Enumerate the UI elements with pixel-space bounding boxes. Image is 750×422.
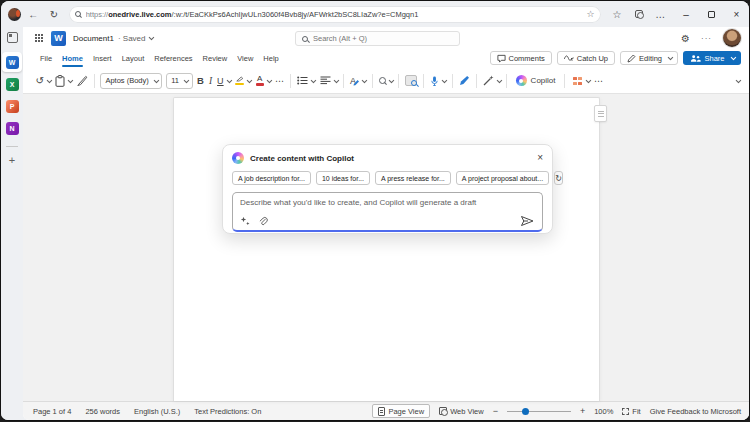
suggestion-job-description[interactable]: A job description for...	[232, 171, 311, 185]
word-icon: W	[6, 56, 19, 69]
bold-button[interactable]: B	[195, 71, 207, 91]
catch-up-button[interactable]: Catch Up	[557, 51, 615, 65]
underline-button[interactable]: U	[215, 71, 233, 91]
copilot-logo-icon	[232, 152, 244, 164]
favorites-icon[interactable]: ☆	[613, 9, 622, 20]
app-launcher-icon[interactable]	[35, 34, 37, 36]
paste-button[interactable]	[53, 71, 75, 91]
rewrite-sparkle-icon[interactable]	[240, 216, 250, 226]
highlight-button[interactable]	[233, 71, 254, 91]
close-button[interactable]: ×	[724, 9, 749, 20]
settings-gear-icon[interactable]: ⚙	[681, 33, 690, 44]
word-app: W Document1 · Saved ⚙ ··· File Home Inse	[23, 27, 749, 420]
tab-file[interactable]: File	[35, 49, 57, 68]
undo-button[interactable]: ↺	[33, 71, 53, 91]
add-favorite-icon[interactable]: ☆	[586, 9, 594, 19]
pages-icon[interactable]	[7, 32, 18, 43]
editor-button[interactable]	[456, 71, 472, 91]
feedback-link[interactable]: Give Feedback to Microsoft	[650, 407, 741, 416]
minimize-button[interactable]: –	[673, 9, 698, 20]
copilot-dialog: Create content with Copilot × A job desc…	[222, 144, 553, 234]
search-box[interactable]	[295, 31, 460, 46]
suggestion-project-proposal[interactable]: A project proposal about...	[456, 171, 549, 185]
format-painter-button[interactable]	[74, 71, 90, 91]
address-bar[interactable]: https://onedrive.live.com/:w:/t/EaCKkPs6…	[69, 6, 601, 23]
sidebar-item-powerpoint[interactable]: P	[6, 100, 19, 113]
document-page[interactable]	[173, 97, 600, 401]
header-more-icon[interactable]: ···	[701, 34, 712, 43]
zoom-slider[interactable]	[507, 411, 571, 412]
text-predictions[interactable]: Text Predictions: On	[194, 407, 261, 416]
font-color-button[interactable]: A	[253, 71, 273, 91]
page-count[interactable]: Page 1 of 4	[33, 407, 71, 416]
page-view-button[interactable]: Page View	[372, 404, 430, 418]
share-button[interactable]: Share	[683, 51, 741, 65]
tab-insert[interactable]: Insert	[88, 49, 117, 68]
save-status[interactable]: · Saved	[118, 34, 146, 43]
sidebar-item-excel[interactable]: X	[6, 78, 19, 91]
zoom-out-button[interactable]: −	[493, 406, 498, 416]
copilot-logo-icon	[516, 75, 527, 86]
align-button[interactable]	[317, 71, 340, 91]
dictate-button[interactable]	[428, 71, 449, 91]
designer-button[interactable]	[403, 71, 420, 91]
browser-essentials-icon[interactable]	[635, 10, 644, 18]
auto-format-button[interactable]	[480, 71, 503, 91]
ribbon-collapse-icon[interactable]	[735, 77, 740, 82]
zoom-slider-thumb[interactable]	[522, 408, 529, 415]
bullets-button[interactable]	[295, 71, 318, 91]
document-title[interactable]: Document1	[73, 34, 114, 43]
comment-anchor-button[interactable]	[594, 105, 607, 122]
comments-button[interactable]: Comments	[490, 51, 552, 65]
word-logo-icon[interactable]: W	[51, 31, 66, 46]
editing-mode-button[interactable]: Editing	[620, 51, 678, 65]
add-ins-button[interactable]	[569, 71, 592, 91]
zoom-in-button[interactable]: +	[580, 406, 585, 416]
profile-avatar-icon[interactable]	[8, 8, 21, 21]
sidebar-item-onenote[interactable]: N	[6, 122, 19, 135]
tab-help[interactable]: Help	[258, 49, 283, 68]
more-font-options-button[interactable]: ⋯	[273, 71, 287, 91]
font-size-select[interactable]: 11	[166, 73, 192, 89]
add-ins-grid-icon	[573, 77, 577, 81]
send-icon[interactable]	[520, 215, 535, 227]
user-avatar[interactable]	[723, 29, 741, 47]
find-button[interactable]	[376, 71, 395, 91]
copilot-prompt-box[interactable]	[232, 192, 543, 232]
highlighter-icon	[235, 76, 244, 86]
suggestion-press-release[interactable]: A press release for...	[375, 171, 451, 185]
copilot-button[interactable]: Copilot	[511, 71, 561, 91]
microphone-icon	[430, 75, 439, 87]
word-count[interactable]: 256 words	[85, 407, 120, 416]
suggestion-ideas[interactable]: 10 ideas for...	[316, 171, 370, 185]
back-icon[interactable]: ←	[26, 9, 42, 20]
search-input[interactable]	[313, 34, 453, 43]
italic-button[interactable]: I	[206, 71, 214, 91]
sidebar-add-button[interactable]: +	[9, 154, 15, 166]
browser-menu-icon[interactable]: …	[655, 9, 665, 20]
fit-icon	[622, 408, 629, 415]
attach-paperclip-icon[interactable]	[258, 216, 268, 227]
close-icon[interactable]: ×	[537, 153, 543, 163]
copilot-prompt-input[interactable]	[240, 198, 535, 207]
refresh-icon[interactable]: ↻	[46, 9, 62, 20]
tab-review[interactable]: Review	[198, 49, 233, 68]
tab-references[interactable]: References	[149, 49, 197, 68]
toolbar-more-button[interactable]: ⋯	[592, 71, 606, 91]
people-icon	[690, 54, 701, 63]
fit-button[interactable]: Fit	[622, 407, 640, 416]
find-icon	[379, 77, 386, 84]
styles-icon: A	[350, 76, 356, 86]
refresh-suggestions-button[interactable]: ↻	[554, 171, 563, 185]
sidebar-item-word[interactable]: W	[2, 52, 22, 72]
web-view-button[interactable]: Web View	[439, 407, 484, 416]
tab-layout[interactable]: Layout	[117, 49, 150, 68]
chevron-down-icon	[730, 55, 735, 60]
font-name-select[interactable]: Aptos (Body)	[100, 73, 162, 89]
maximize-button[interactable]	[699, 11, 724, 18]
zoom-level[interactable]: 100%	[594, 407, 613, 416]
language[interactable]: English (U.S.)	[134, 407, 180, 416]
styles-button[interactable]: A	[348, 71, 369, 91]
tab-view[interactable]: View	[232, 49, 258, 68]
tab-home[interactable]: Home	[57, 49, 88, 68]
